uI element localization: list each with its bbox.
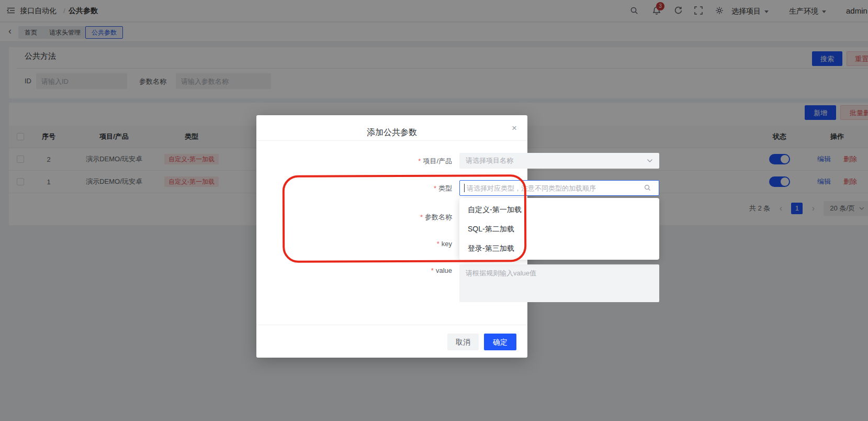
cancel-button[interactable]: 取消 [447,334,479,350]
add-param-modal: 添加公共参数 × *项目/产品 请选择项目名称 *类型 *参数名称 *key [256,115,527,358]
project-select-field[interactable]: 请选择项目名称 [459,153,659,169]
chevron-down-icon [647,159,653,163]
type-dropdown: 自定义-第一加载 SQL-第二加载 登录-第三加载 [459,198,659,260]
modal-title: 添加公共参数 [256,127,527,138]
type-input[interactable] [459,180,659,196]
value-field-label: *value [389,267,452,274]
required-mark: * [431,267,434,274]
dropdown-option-sql[interactable]: SQL-第二加载 [459,219,659,239]
required-mark: * [437,240,439,248]
project-select-placeholder: 请选择项目名称 [466,156,513,165]
search-icon [644,184,651,194]
dropdown-option-custom[interactable]: 自定义-第一加载 [459,200,659,219]
key-field-label: *key [389,240,452,248]
divider [256,325,527,325]
required-mark: * [418,157,421,165]
dropdown-option-login[interactable]: 登录-第三加载 [459,239,659,258]
param-name-field-label: *参数名称 [389,213,452,222]
ok-button[interactable]: 确定 [484,334,516,350]
app-screen: 接口自动化 / 公共参数 3 [0,0,868,421]
project-field-label: *项目/产品 [389,157,452,166]
required-mark: * [420,213,423,221]
divider [256,140,527,141]
close-icon[interactable]: × [509,123,520,134]
required-mark: * [434,184,436,192]
text-caret [464,184,465,192]
type-field-label: *类型 [389,184,452,193]
value-textarea[interactable] [459,264,659,302]
